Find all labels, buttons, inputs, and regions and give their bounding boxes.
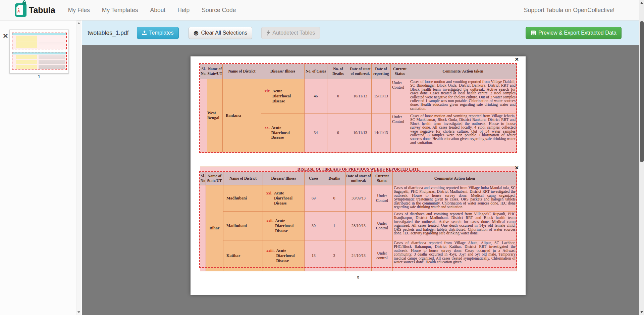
pdf-canvas-area: Sl. No. Name of State/UT Name of Distric… — [82, 45, 639, 315]
templates-button-label: Templates — [149, 30, 174, 36]
page-1-thumbnail[interactable] — [9, 30, 69, 74]
spreadsheet-icon — [531, 30, 536, 36]
pdf-page-number: 5 — [191, 275, 526, 280]
support-link[interactable]: Support Tabula on OpenCollective! — [524, 0, 614, 20]
nav-help[interactable]: Help — [177, 7, 190, 14]
scroll-up-icon[interactable] — [640, 2, 643, 4]
circle-x-icon: ⊗ — [194, 30, 199, 36]
export-button-label: Preview & Export Extracted Data — [538, 30, 616, 36]
sidebar-scroll-up-icon[interactable] — [77, 22, 80, 24]
scroll-down-icon[interactable] — [640, 311, 643, 313]
delete-page-selections-icon[interactable]: ✕ — [3, 33, 8, 39]
nav-source-code[interactable]: Source Code — [202, 7, 236, 14]
document-toolbar: twotables_1.pdf Templates ⊗ Clear All Se… — [82, 20, 639, 45]
lightning-bolt-icon — [266, 30, 270, 36]
thumbnail-selection-1 — [12, 33, 67, 49]
preview-export-button[interactable]: Preview & Export Extracted Data — [526, 27, 622, 39]
save-template-icon — [142, 31, 147, 35]
document-filename: twotables_1.pdf — [88, 30, 129, 37]
window-scrollbar[interactable] — [639, 0, 644, 315]
table-selection-1[interactable]: ✕ — [199, 63, 517, 153]
page-thumbnails-sidebar: ✕ 1 — [0, 20, 82, 315]
autodetect-button-label: Autodetect Tables — [272, 30, 315, 36]
pdf-page[interactable]: Sl. No. Name of State/UT Name of Distric… — [191, 56, 526, 295]
top-navbar: λ Tabula My Files My Templates About Hel… — [0, 0, 644, 20]
clear-button-label: Clear All Selections — [201, 30, 247, 36]
nav-my-templates[interactable]: My Templates — [102, 7, 138, 14]
sidebar-scrollbar[interactable] — [76, 20, 81, 315]
sidebar-scroll-down-icon[interactable] — [77, 311, 80, 313]
nav-my-files[interactable]: My Files — [68, 7, 90, 14]
brand-title: Tabula — [29, 5, 55, 15]
remove-selection-2-icon[interactable]: ✕ — [515, 165, 519, 170]
remove-selection-1-icon[interactable]: ✕ — [515, 57, 519, 62]
autodetect-tables-button: Autodetect Tables — [261, 27, 320, 39]
thumbnail-selection-2 — [12, 52, 67, 70]
table-selection-2[interactable]: ✕ — [199, 171, 517, 268]
templates-button[interactable]: Templates — [137, 27, 179, 39]
scrollbar-thumb[interactable] — [640, 21, 644, 162]
clear-all-selections-button[interactable]: ⊗ Clear All Selections — [189, 27, 253, 39]
nav-about[interactable]: About — [150, 7, 166, 14]
tabula-logo-icon: λ — [15, 3, 26, 17]
thumbnail-page-number: 1 — [9, 74, 69, 79]
